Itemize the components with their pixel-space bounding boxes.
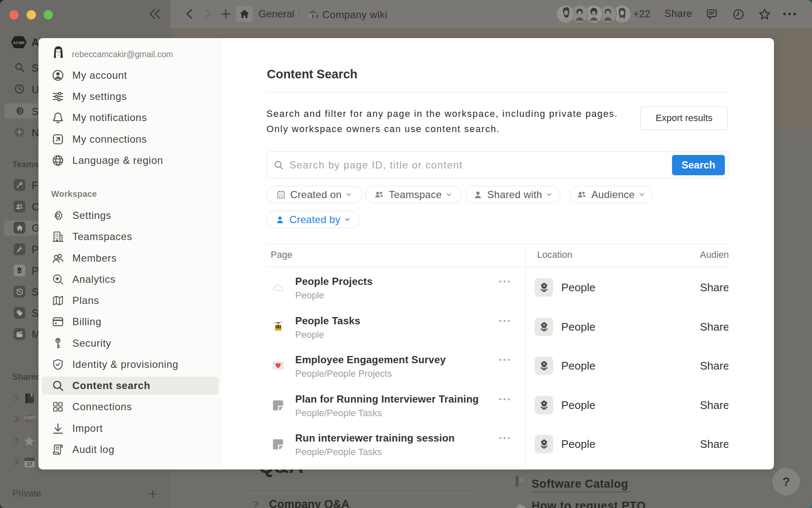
svg-text:17: 17 [27,461,32,467]
svg-text:ACME: ACME [13,40,25,45]
